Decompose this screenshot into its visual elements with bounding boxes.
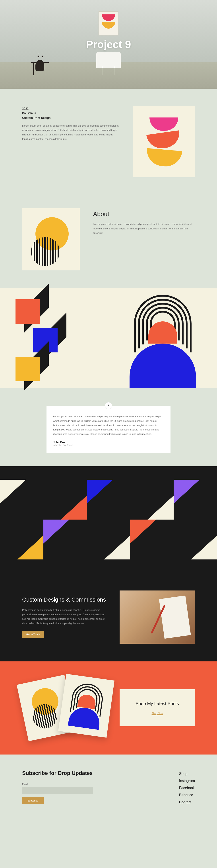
email-field[interactable] [22, 787, 93, 794]
commissions-title: Custom Designs & Commissions [22, 596, 106, 603]
pattern-section [0, 466, 217, 573]
commissions-image [119, 590, 195, 644]
subscribe-button[interactable]: Subscribe [22, 797, 44, 804]
testimonial-author: John Doe [53, 441, 164, 444]
email-label: Email [22, 783, 152, 785]
quote-icon: ❝ [105, 402, 112, 409]
get-in-touch-button[interactable]: Get In Touch [22, 631, 44, 638]
artwork-cubes [0, 288, 108, 388]
pattern-grid [0, 480, 217, 559]
intro-meta: 2022 Divi Client Custom Print Design [22, 106, 119, 120]
shop-prints-display [22, 675, 108, 741]
shop-card: Shop My Latest Prints Shop Now [119, 689, 195, 726]
bowl-shape-orange [146, 130, 181, 150]
about-text-block: About Lorem ipsum dolor sit amet, consec… [93, 208, 195, 235]
intro-section: 2022 Divi Client Custom Print Design Lor… [0, 89, 217, 195]
intro-body: Lorem ipsum dolor sit amet, consectetur … [22, 124, 119, 141]
commissions-section: Custom Designs & Commissions Pellentesqu… [0, 573, 217, 661]
footer-link-facebook[interactable]: Facebook [179, 786, 195, 790]
footer-section: Subscribe for Drop Updates Email Subscri… [0, 754, 217, 820]
footer-link-behance[interactable]: Behance [179, 793, 195, 797]
intro-text-block: 2022 Divi Client Custom Print Design Lor… [22, 106, 119, 142]
testimonial-section: ❝ Lorem ipsum dolor sit amet, consectetu… [0, 388, 217, 466]
footer-link-contact[interactable]: Contact [179, 800, 195, 804]
commissions-text: Custom Designs & Commissions Pellentesqu… [22, 596, 106, 638]
artwork-arches [108, 288, 217, 388]
hero-section: Project 9 [0, 0, 217, 89]
shop-section: Shop My Latest Prints Shop Now [0, 661, 217, 754]
intro-artwork [133, 106, 195, 177]
testimonial-card: ❝ Lorem ipsum dolor sit amet, consectetu… [46, 406, 171, 453]
testimonial-body: Lorem ipsum dolor sit amet, consectetur … [53, 414, 164, 436]
subscribe-block: Subscribe for Drop Updates Email Subscri… [22, 770, 152, 804]
about-body: Lorem ipsum dolor sit amet, consectetur … [93, 222, 195, 235]
room-wall-frame [99, 11, 118, 35]
footer-link-instagram[interactable]: Instagram [179, 779, 195, 783]
intro-service: Custom Print Design [22, 116, 119, 120]
room-vase [35, 60, 44, 71]
artwork-panel [0, 288, 217, 388]
about-artwork [22, 208, 80, 271]
intro-year: 2022 [22, 106, 119, 111]
footer-link-shop[interactable]: Shop [179, 772, 195, 776]
print-card-2 [58, 674, 114, 738]
footer-links: Shop Instagram Facebook Behance Contact [179, 770, 195, 804]
circle-striped [31, 237, 60, 266]
bowl-shape-pink [149, 118, 178, 131]
about-title: About [93, 211, 195, 218]
intro-client: Divi Client [22, 111, 119, 116]
about-section: About Lorem ipsum dolor sit amet, consec… [0, 195, 217, 288]
testimonial-role: Job Title, Divi Client [53, 444, 164, 446]
bowl-shape-yellow [145, 148, 182, 168]
commissions-body: Pellentesque habitant morbi tristique se… [22, 608, 106, 625]
shop-title: Shop My Latest Prints [129, 701, 186, 707]
shop-now-button[interactable]: Shop Now [152, 712, 163, 715]
subscribe-title: Subscribe for Drop Updates [22, 770, 152, 776]
page-title: Project 9 [86, 38, 131, 51]
